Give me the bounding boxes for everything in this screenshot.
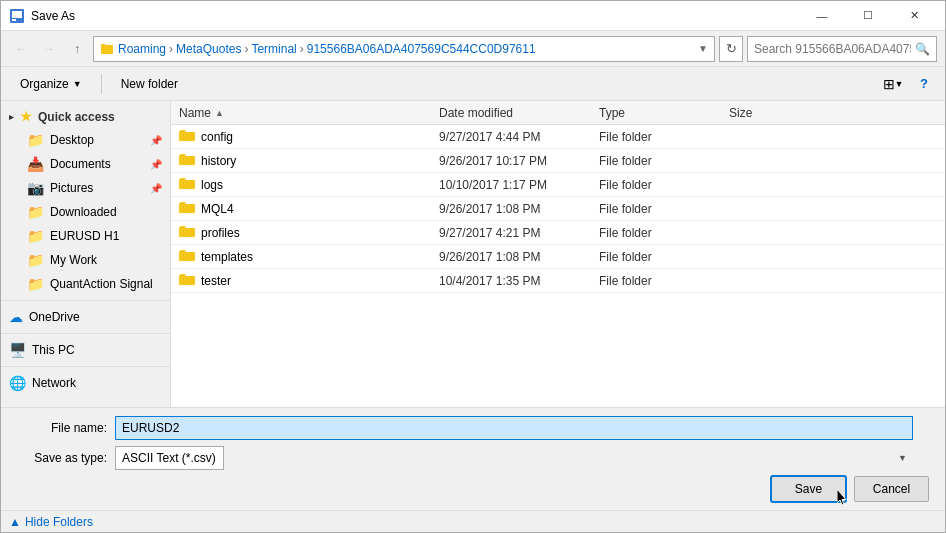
file-type-cell: File folder [599, 178, 729, 192]
sidebar-item-quantaction[interactable]: 📁 QuantAction Signal [1, 272, 170, 296]
quick-access-arrow-icon: ▸ [9, 112, 14, 122]
file-date-cell: 10/10/2017 1:17 PM [439, 178, 599, 192]
sidebar-item-thispc[interactable]: 🖥️ This PC [1, 338, 170, 362]
search-input[interactable] [754, 42, 911, 56]
up-button[interactable]: ↑ [65, 37, 89, 61]
file-type-cell: File folder [599, 154, 729, 168]
breadcrumb-dropdown-icon[interactable]: ▼ [698, 43, 708, 54]
organize-button[interactable]: Organize ▼ [9, 71, 93, 97]
star-icon: ★ [20, 109, 32, 124]
maximize-button[interactable]: ☐ [845, 1, 891, 31]
file-name-cell: logs [179, 176, 439, 193]
file-name-text: logs [201, 178, 223, 192]
breadcrumb-id[interactable]: 915566BA06ADA407569C544CC0D97611 [307, 42, 536, 56]
refresh-button[interactable]: ↻ [719, 36, 743, 62]
help-button[interactable]: ? [911, 71, 937, 97]
table-row[interactable]: profiles 9/27/2017 4:21 PM File folder [171, 221, 945, 245]
sidebar-item-onedrive[interactable]: ☁ OneDrive [1, 305, 170, 329]
close-button[interactable]: ✕ [891, 1, 937, 31]
desktop-label: Desktop [50, 133, 94, 147]
file-list-header: Name ▲ Date modified Type Size [171, 101, 945, 125]
forward-button[interactable]: → [37, 37, 61, 61]
mywork-folder-icon: 📁 [27, 252, 44, 268]
breadcrumb-terminal[interactable]: Terminal [251, 42, 296, 56]
breadcrumb-roaming[interactable]: Roaming [118, 42, 166, 56]
filename-label: File name: [17, 421, 107, 435]
col-name-label: Name [179, 106, 211, 120]
file-name-text: tester [201, 274, 231, 288]
thispc-label: This PC [32, 343, 75, 357]
file-date-cell: 9/27/2017 4:44 PM [439, 130, 599, 144]
breadcrumb-metaquotes[interactable]: MetaQuotes [176, 42, 241, 56]
file-date-cell: 9/27/2017 4:21 PM [439, 226, 599, 240]
svg-rect-1 [12, 11, 22, 18]
svg-rect-2 [12, 19, 16, 21]
table-row[interactable]: logs 10/10/2017 1:17 PM File folder [171, 173, 945, 197]
save-as-dialog: Save As — ☐ ✕ ← → ↑ Roaming › MetaQuotes… [0, 0, 946, 533]
minimize-button[interactable]: — [799, 1, 845, 31]
col-size-label: Size [729, 106, 752, 120]
file-type-cell: File folder [599, 202, 729, 216]
file-type-cell: File folder [599, 226, 729, 240]
file-type-cell: File folder [599, 274, 729, 288]
sidebar-item-eurusd[interactable]: 📁 EURUSD H1 [1, 224, 170, 248]
table-row[interactable]: templates 9/26/2017 1:08 PM File folder [171, 245, 945, 269]
file-folder-icon [179, 272, 195, 289]
savetype-select[interactable]: ASCII Text (*.csv) [115, 446, 224, 470]
filename-input[interactable] [115, 416, 913, 440]
quick-access-label: Quick access [38, 110, 115, 124]
quick-access-header[interactable]: ▸ ★ Quick access [1, 105, 170, 128]
breadcrumb-bar[interactable]: Roaming › MetaQuotes › Terminal › 915566… [93, 36, 715, 62]
sidebar-item-mywork[interactable]: 📁 My Work [1, 248, 170, 272]
sidebar-divider-3 [1, 366, 170, 367]
col-header-date[interactable]: Date modified [439, 106, 599, 120]
file-name-cell: MQL4 [179, 200, 439, 217]
pin-icon-pictures: 📌 [150, 183, 162, 194]
file-folder-icon [179, 152, 195, 169]
hide-folders-arrow-icon: ▲ [9, 515, 21, 529]
save-button[interactable]: Save [771, 476, 846, 502]
back-button[interactable]: ← [9, 37, 33, 61]
table-row[interactable]: history 9/26/2017 10:17 PM File folder [171, 149, 945, 173]
sidebar-item-documents[interactable]: 📥 Documents 📌 [1, 152, 170, 176]
savetype-wrapper: ASCII Text (*.csv) [115, 446, 913, 470]
downloaded-folder-icon: 📁 [27, 204, 44, 220]
main-area: ▸ ★ Quick access 📁 Desktop 📌 📥 Documents… [1, 101, 945, 407]
network-icon: 🌐 [9, 375, 26, 391]
view-button[interactable]: ⊞ ▼ [879, 71, 907, 97]
col-header-size[interactable]: Size [729, 106, 809, 120]
sidebar-item-downloaded[interactable]: 📁 Downloaded [1, 200, 170, 224]
organize-label: Organize [20, 77, 69, 91]
quick-access-section: ▸ ★ Quick access 📁 Desktop 📌 📥 Documents… [1, 105, 170, 296]
network-label: Network [32, 376, 76, 390]
sidebar-item-desktop[interactable]: 📁 Desktop 📌 [1, 128, 170, 152]
col-header-type[interactable]: Type [599, 106, 729, 120]
file-rows-container: config 9/27/2017 4:44 PM File folder his… [171, 125, 945, 293]
file-folder-icon [179, 176, 195, 193]
savetype-row: Save as type: ASCII Text (*.csv) [17, 446, 929, 470]
search-icon: 🔍 [915, 42, 930, 56]
file-date-cell: 10/4/2017 1:35 PM [439, 274, 599, 288]
toolbar: Organize ▼ New folder ⊞ ▼ ? [1, 67, 945, 101]
sidebar-item-network[interactable]: 🌐 Network [1, 371, 170, 395]
sidebar-item-pictures[interactable]: 📷 Pictures 📌 [1, 176, 170, 200]
table-row[interactable]: MQL4 9/26/2017 1:08 PM File folder [171, 197, 945, 221]
window-controls: — ☐ ✕ [799, 1, 937, 31]
file-type-cell: File folder [599, 250, 729, 264]
col-header-name[interactable]: Name ▲ [179, 106, 439, 120]
file-folder-icon [179, 128, 195, 145]
toolbar-right: ⊞ ▼ ? [879, 71, 937, 97]
hide-folders-bar[interactable]: ▲ Hide Folders [1, 510, 945, 532]
sidebar: ▸ ★ Quick access 📁 Desktop 📌 📥 Documents… [1, 101, 171, 407]
table-row[interactable]: tester 10/4/2017 1:35 PM File folder [171, 269, 945, 293]
search-box[interactable]: 🔍 [747, 36, 937, 62]
table-row[interactable]: config 9/27/2017 4:44 PM File folder [171, 125, 945, 149]
quantaction-folder-icon: 📁 [27, 276, 44, 292]
filename-row: File name: [17, 416, 929, 440]
view-icon: ⊞ [883, 76, 895, 92]
cancel-button[interactable]: Cancel [854, 476, 929, 502]
pin-icon-desktop: 📌 [150, 135, 162, 146]
file-date-cell: 9/26/2017 10:17 PM [439, 154, 599, 168]
new-folder-button[interactable]: New folder [110, 71, 189, 97]
pin-icon-documents: 📌 [150, 159, 162, 170]
